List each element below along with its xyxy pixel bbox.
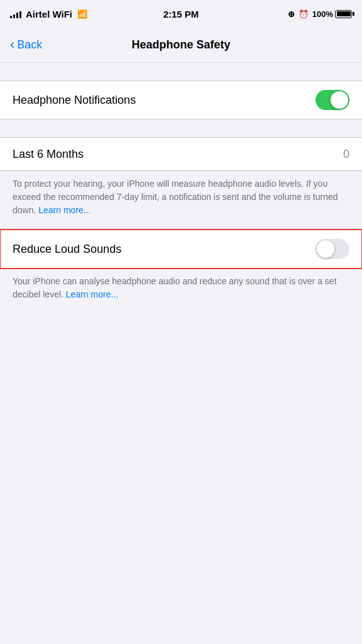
battery-percent: 100% xyxy=(312,9,333,19)
learn-more-link-1[interactable]: Learn more... xyxy=(38,205,90,215)
status-bar: Airtel WiFi 📶 2:15 PM ⊕ ⏰ 100% xyxy=(0,0,362,28)
location-icon: ⊕ xyxy=(288,9,295,19)
reduce-loud-row: Reduce Loud Sounds xyxy=(0,230,362,268)
carrier-text: Airtel WiFi xyxy=(26,9,72,19)
learn-more-link-2[interactable]: Learn more... xyxy=(66,289,118,299)
last6months-section: Last 6 Months 0 xyxy=(0,137,362,171)
notifications-row: Headphone Notifications xyxy=(0,81,362,119)
divider-1 xyxy=(0,119,362,137)
battery-fill xyxy=(337,11,351,16)
signal-bar-1 xyxy=(10,16,12,18)
signal-bar-4 xyxy=(19,11,21,18)
battery-icon xyxy=(335,10,352,18)
status-time: 2:15 PM xyxy=(163,9,199,19)
desc1: To protect your hearing, your iPhone wil… xyxy=(0,171,362,230)
last6months-row: Last 6 Months 0 xyxy=(0,138,362,170)
back-label: Back xyxy=(17,38,42,52)
status-right: ⊕ ⏰ 100% xyxy=(288,9,352,19)
back-button[interactable]: ‹ Back xyxy=(10,38,42,52)
reduce-loud-section: Reduce Loud Sounds xyxy=(0,230,362,269)
notifications-toggle[interactable] xyxy=(315,90,349,110)
notifications-label: Headphone Notifications xyxy=(13,94,136,107)
alarm-icon: ⏰ xyxy=(299,9,309,19)
content: Headphone Notifications Last 6 Months 0 … xyxy=(0,63,362,314)
notifications-toggle-knob xyxy=(331,91,348,109)
signal-bars xyxy=(10,9,21,18)
reduce-loud-label: Reduce Loud Sounds xyxy=(13,243,121,256)
desc2: Your iPhone can analyse headphone audio … xyxy=(0,269,362,314)
nav-bar: ‹ Back Headphone Safety xyxy=(0,28,362,63)
reduce-loud-toggle-knob xyxy=(317,240,334,258)
last6months-label: Last 6 Months xyxy=(13,148,84,161)
notifications-section: Headphone Notifications xyxy=(0,80,362,119)
last6months-value: 0 xyxy=(343,148,349,161)
wifi-icon: 📶 xyxy=(77,9,87,19)
page-title: Headphone Safety xyxy=(131,38,230,52)
signal-bar-2 xyxy=(13,14,15,18)
signal-bar-3 xyxy=(16,13,18,18)
battery-container: 100% xyxy=(312,9,352,19)
reduce-loud-toggle[interactable] xyxy=(315,239,349,259)
desc2-text: Your iPhone can analyse headphone audio … xyxy=(13,276,337,299)
back-chevron-icon: ‹ xyxy=(10,38,14,52)
status-left: Airtel WiFi 📶 xyxy=(10,9,87,19)
